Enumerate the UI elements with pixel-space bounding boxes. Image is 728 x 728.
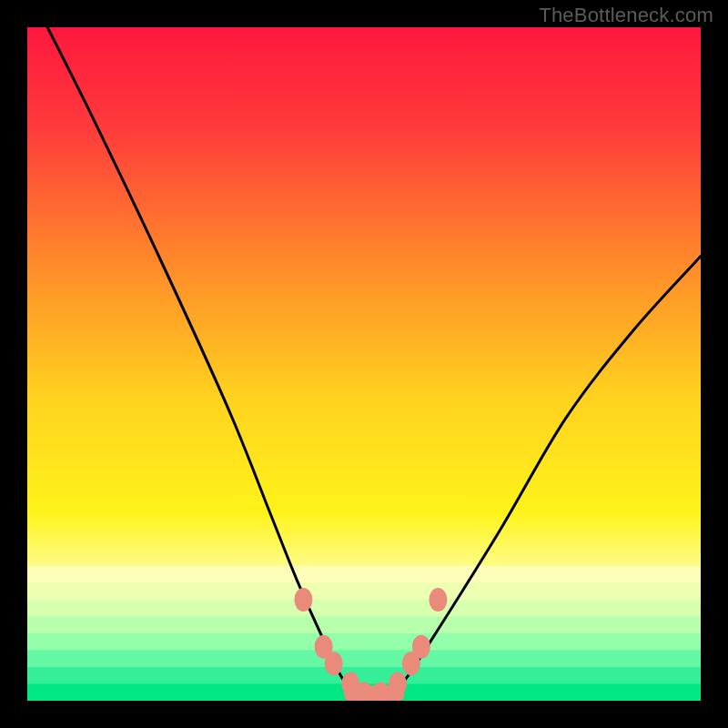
svg-rect-3: [27, 600, 701, 618]
svg-rect-2: [27, 583, 701, 602]
bottleneck-chart: [0, 0, 728, 728]
trough-marker: [429, 588, 447, 612]
trough-marker: [372, 682, 390, 706]
trough-marker: [294, 588, 312, 612]
chart-frame: TheBottleneck.com: [0, 0, 728, 728]
trough-marker: [389, 672, 407, 696]
bottom-color-bands: [27, 566, 701, 703]
svg-rect-1: [27, 566, 701, 584]
svg-rect-4: [27, 617, 701, 635]
trough-marker: [325, 652, 343, 675]
trough-marker: [412, 635, 430, 659]
watermark-text: TheBottleneck.com: [539, 4, 713, 27]
trough-marker: [355, 682, 373, 706]
svg-rect-5: [27, 633, 701, 652]
svg-rect-6: [27, 651, 701, 669]
